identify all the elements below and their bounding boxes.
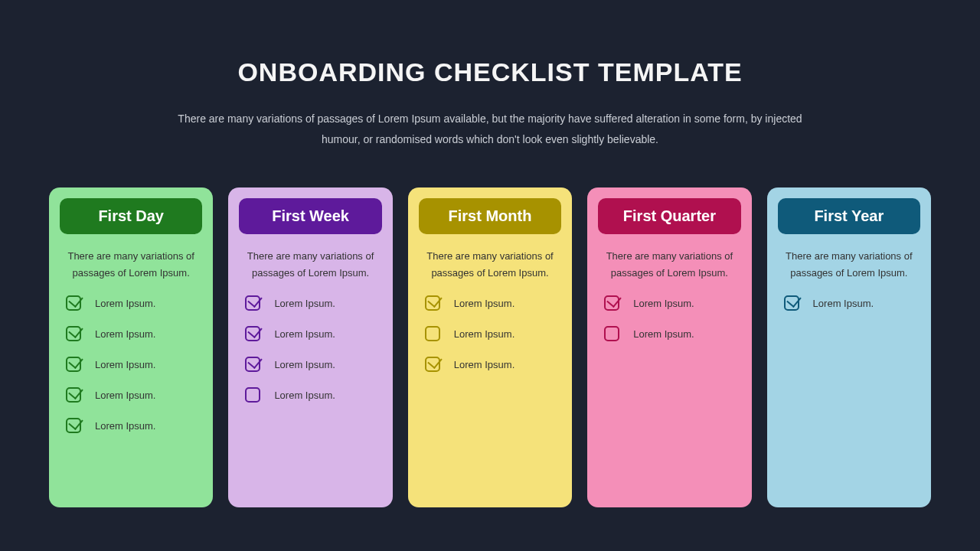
checkbox-checked-icon[interactable] [66,387,81,403]
checklist-item: Lorem Ipsum. [425,326,561,341]
checklist-item-label: Lorem Ipsum. [95,390,155,401]
checkbox-checked-icon[interactable] [425,357,440,372]
card-first-year: First YearThere are many variations of p… [767,187,931,507]
checklist-item: Lorem Ipsum. [784,295,920,311]
card-description: There are many variations of passages of… [60,248,202,282]
checklist-item-label: Lorem Ipsum. [95,328,155,340]
card-description: There are many variations of passages of… [598,248,740,282]
checkbox-unchecked-icon[interactable] [245,387,260,403]
card-header: First Week [239,198,381,234]
checklist: Lorem Ipsum.Lorem Ipsum.Lorem Ipsum. [419,295,561,372]
checklist-item: Lorem Ipsum. [604,326,740,341]
checklist-item: Lorem Ipsum. [245,387,381,403]
checklist-item: Lorem Ipsum. [245,295,381,311]
card-header: First Month [419,198,561,234]
checklist-item: Lorem Ipsum. [604,295,740,311]
checklist-item: Lorem Ipsum. [245,357,381,372]
checklist: Lorem Ipsum.Lorem Ipsum.Lorem Ipsum.Lore… [60,295,202,433]
checkbox-checked-icon[interactable] [425,295,440,311]
checklist: Lorem Ipsum.Lorem Ipsum.Lorem Ipsum.Lore… [239,295,381,403]
checkbox-unchecked-icon[interactable] [604,326,619,341]
checklist-item: Lorem Ipsum. [66,326,202,341]
checklist-item-label: Lorem Ipsum. [454,359,514,370]
card-first-month: First MonthThere are many variations of … [408,187,572,507]
checklist-item-label: Lorem Ipsum. [633,298,694,309]
checklist-item-label: Lorem Ipsum. [274,298,335,309]
checkbox-checked-icon[interactable] [604,295,619,311]
checkbox-checked-icon[interactable] [245,326,260,341]
checklist: Lorem Ipsum. [778,295,920,311]
checklist: Lorem Ipsum.Lorem Ipsum. [598,295,740,341]
cards-row: First DayThere are many variations of pa… [0,187,980,507]
checkbox-checked-icon[interactable] [66,295,81,311]
checklist-item-label: Lorem Ipsum. [274,359,335,370]
checklist-item-label: Lorem Ipsum. [274,328,335,340]
card-first-week: First WeekThere are many variations of p… [228,187,392,507]
checkbox-checked-icon[interactable] [784,295,799,311]
checklist-item-label: Lorem Ipsum. [633,328,694,340]
card-header: First Day [60,198,202,234]
card-description: There are many variations of passages of… [419,248,561,282]
checkbox-checked-icon[interactable] [66,418,81,433]
checklist-item: Lorem Ipsum. [245,326,381,341]
page-title: ONBOARDING CHECKLIST TEMPLATE [237,57,742,87]
card-header: First Quarter [598,198,740,234]
slide: ONBOARDING CHECKLIST TEMPLATE There are … [0,0,980,551]
checkbox-checked-icon[interactable] [66,326,81,341]
checklist-item-label: Lorem Ipsum. [454,298,514,309]
checkbox-checked-icon[interactable] [245,357,260,372]
card-first-quarter: First QuarterThere are many variations o… [587,187,751,507]
checklist-item: Lorem Ipsum. [66,295,202,311]
checklist-item-label: Lorem Ipsum. [95,298,155,309]
checklist-item: Lorem Ipsum. [425,357,561,372]
checklist-item-label: Lorem Ipsum. [813,298,874,309]
checklist-item-label: Lorem Ipsum. [95,420,155,432]
checklist-item: Lorem Ipsum. [66,418,202,433]
checklist-item-label: Lorem Ipsum. [95,359,155,370]
checkbox-checked-icon[interactable] [245,295,260,311]
card-description: There are many variations of passages of… [778,248,920,282]
page-subtitle: There are many variations of passages of… [165,109,815,149]
card-header: First Year [778,198,920,234]
checkbox-unchecked-icon[interactable] [425,326,440,341]
card-description: There are many variations of passages of… [239,248,381,282]
checklist-item-label: Lorem Ipsum. [454,328,514,340]
checklist-item: Lorem Ipsum. [66,357,202,372]
checklist-item: Lorem Ipsum. [66,387,202,403]
checklist-item: Lorem Ipsum. [425,295,561,311]
card-first-day: First DayThere are many variations of pa… [49,187,213,507]
checklist-item-label: Lorem Ipsum. [274,390,335,401]
checkbox-checked-icon[interactable] [66,357,81,372]
